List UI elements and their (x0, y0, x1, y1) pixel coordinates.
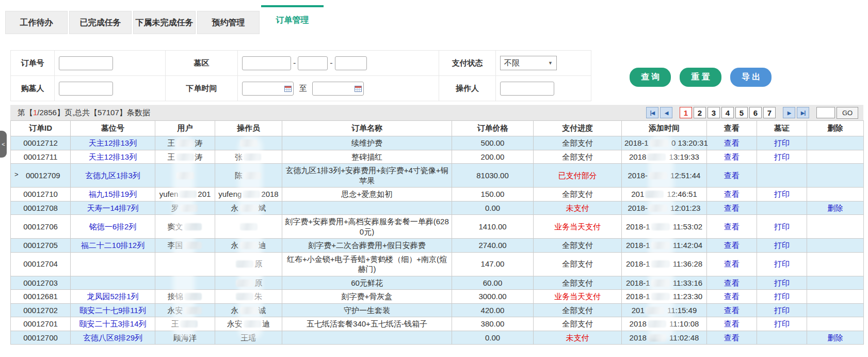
view-link[interactable]: 查看 (724, 152, 740, 161)
pay-status: 全部支付 (562, 278, 593, 287)
order-id: 00012702 (23, 306, 58, 315)
plot-link[interactable]: 天主12排13列 (89, 152, 137, 161)
add-time-cell: 2018- 12:01:23 (622, 201, 707, 215)
calendar-icon[interactable] (355, 85, 362, 92)
view-link[interactable]: 查看 (724, 222, 740, 231)
column-header: 订单名称 (282, 121, 452, 136)
tab-subordinate-unfinished[interactable]: 下属未完成任务 (133, 11, 196, 34)
order-id-cell: >00012709 (11, 164, 71, 188)
plot-link[interactable]: 颐安二十七9排11列 (79, 306, 146, 315)
tab-work-todo[interactable]: 工作待办 (5, 11, 68, 34)
first-page-button[interactable]: |◀ (646, 107, 658, 118)
view-link[interactable]: 查看 (724, 319, 740, 328)
plot-link[interactable]: 福二十二10排12列 (81, 241, 144, 250)
pay-status-cell: 已支付部分 (534, 164, 622, 188)
print-link[interactable]: 打印 (774, 152, 790, 161)
next-page-button[interactable]: ▶ (783, 107, 795, 118)
row-expand-marker[interactable]: > (14, 170, 19, 179)
table-row: 00012700玄德八区8排29列顾海洋王瑶0.00未支付2018 11:02:… (11, 331, 864, 345)
order-name-cell (282, 331, 452, 345)
delete-link[interactable]: 删除 (828, 333, 843, 342)
order-price-cell: 200.00 (452, 150, 534, 164)
print-link[interactable]: 打印 (774, 278, 790, 287)
add-time-cell: 2018 13:19:33 (622, 150, 707, 164)
table-row: 00012681龙凤园52排1列接锦朱刻字费+骨灰盒3000.00业务当天支付2… (11, 290, 864, 304)
print-link[interactable]: 打印 (774, 319, 790, 328)
redaction-blur (244, 153, 261, 161)
table-header-row: 订单ID墓位号用户操作员订单名称订单价格支付进度添加时间查看墓证删除 (11, 121, 864, 136)
tab-appointment-management[interactable]: 预约管理 (197, 11, 260, 34)
cemetery-input-2[interactable] (298, 56, 328, 70)
redaction-blur (176, 139, 194, 147)
page-button-6[interactable]: 6 (749, 107, 762, 118)
query-button[interactable]: 查 询 (630, 68, 671, 87)
plot-link[interactable]: 玄德八区8排29列 (83, 333, 142, 342)
print-link[interactable]: 打印 (774, 241, 790, 250)
view-link[interactable]: 查看 (724, 333, 740, 342)
prev-page-button[interactable]: ◀ (660, 107, 672, 118)
view-link[interactable]: 查看 (724, 278, 740, 287)
tab-order-management[interactable]: 订单管理 (261, 5, 324, 34)
view-cell: 查看 (707, 303, 757, 317)
plot-link[interactable]: 天主12排13列 (89, 138, 137, 147)
calendar-icon[interactable] (284, 85, 292, 92)
page-button-2[interactable]: 2 (694, 107, 706, 118)
plot-link[interactable]: 玄德九区1排3列 (85, 171, 140, 180)
plot-link[interactable]: 颐安二十五3排14列 (79, 319, 146, 328)
view-link[interactable]: 查看 (724, 190, 740, 198)
redaction-blur (176, 153, 194, 161)
page-button-4[interactable]: 4 (721, 107, 734, 118)
user-text: 201 (198, 190, 211, 198)
order-price-cell: 500.00 (452, 136, 534, 150)
user-cell: 窦文 (155, 215, 215, 239)
pay-status-cell: 业务当天支付 (534, 290, 622, 304)
goto-page-input[interactable] (816, 107, 835, 118)
user-text: 顾海洋 (173, 333, 197, 342)
pay-status-cell: 全部支付 (534, 136, 622, 150)
cemetery-input-1[interactable] (242, 56, 291, 70)
sidebar-collapse-handle[interactable]: < (0, 131, 7, 158)
view-link[interactable]: 查看 (724, 292, 740, 301)
print-link[interactable]: 打印 (774, 259, 790, 268)
order-no-input[interactable] (59, 56, 113, 70)
cemetery-input-3[interactable] (335, 56, 367, 70)
plot-link[interactable]: 铭德一6排2列 (89, 222, 137, 231)
cert-cell: 打印 (757, 188, 807, 201)
operator-input[interactable] (500, 82, 554, 96)
view-link[interactable]: 查看 (724, 306, 740, 315)
redaction-blur (240, 205, 258, 212)
operator-cell: 永斌 (215, 201, 282, 215)
redaction-blur (648, 334, 666, 342)
print-link[interactable]: 打印 (774, 306, 790, 315)
delete-link[interactable]: 删除 (828, 204, 843, 212)
tab-completed-tasks[interactable]: 已完成任务 (69, 11, 132, 34)
pay-status-cell: 全部支付 (534, 303, 622, 317)
page-button-7[interactable]: 7 (763, 107, 776, 118)
view-link[interactable]: 查看 (724, 171, 740, 180)
last-page-button[interactable]: ▶| (797, 107, 809, 118)
view-link[interactable]: 查看 (724, 241, 740, 250)
page-button-1[interactable]: 1 (680, 107, 692, 118)
print-link[interactable]: 打印 (774, 292, 790, 301)
go-button[interactable]: GO (837, 107, 858, 119)
export-button[interactable]: 导 出 (730, 68, 771, 87)
plot-link[interactable]: 天寿一14排7列 (87, 204, 138, 212)
cert-cell: 打印 (757, 303, 807, 317)
plot-link[interactable]: 龙凤园52排1列 (87, 292, 138, 301)
page-button-5[interactable]: 5 (735, 107, 748, 118)
print-link[interactable]: 打印 (774, 190, 790, 198)
view-link[interactable]: 查看 (724, 259, 740, 268)
print-link[interactable]: 打印 (774, 222, 790, 231)
order-name-cell: 续维护费 (282, 136, 452, 150)
view-link[interactable]: 查看 (724, 138, 740, 147)
plot-link[interactable]: 福九15排19列 (89, 190, 137, 198)
view-cell: 查看 (707, 239, 757, 253)
reset-button[interactable]: 重 置 (680, 68, 721, 87)
print-link[interactable]: 打印 (774, 138, 790, 147)
buyer-input[interactable] (59, 82, 113, 96)
view-link[interactable]: 查看 (724, 204, 740, 212)
page-button-3[interactable]: 3 (708, 107, 720, 118)
pay-status-select[interactable]: 不限 ▼ (500, 56, 557, 70)
user-cell (155, 252, 215, 276)
order-id: 00012709 (26, 171, 60, 180)
